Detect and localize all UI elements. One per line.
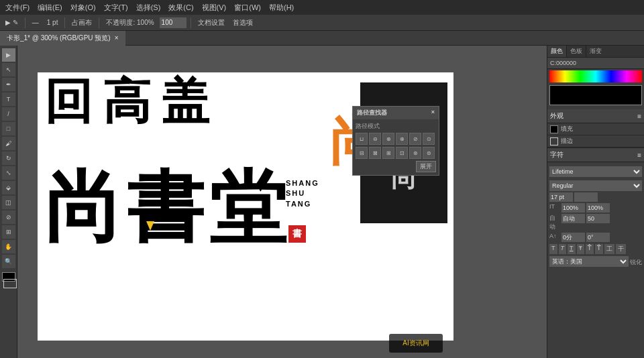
bottom-chars-row: 尚 書 堂: [44, 170, 286, 247]
menu-item-file[interactable]: 文件(F): [5, 3, 30, 13]
baseline-shift-input[interactable]: [561, 233, 585, 242]
opacity-label: 不透明度: 100%: [103, 17, 156, 28]
type-tool[interactable]: T: [2, 93, 15, 106]
tab-bar: 卡形_1* @ 300% (RGB/GPU 预览) ×: [0, 31, 644, 46]
menu-item-help[interactable]: 帮助(H): [269, 3, 294, 13]
pathfinder-divide[interactable]: ⊟: [356, 147, 368, 159]
pathfinder-trim[interactable]: ⊠: [369, 147, 381, 159]
vert-scale-input[interactable]: [586, 203, 610, 213]
current-color-box[interactable]: [549, 85, 642, 105]
gradient-tab[interactable]: 渐变: [586, 46, 605, 57]
preferences-btn[interactable]: 首选项: [230, 17, 256, 28]
font-style-select[interactable]: Regular: [549, 180, 642, 191]
popup-close-btn[interactable]: ×: [431, 109, 435, 117]
paintbrush-tool[interactable]: 🖌: [2, 137, 15, 150]
fill-row: 填充: [547, 123, 644, 135]
popup-content: 路径模式 ⊔ ⊖ ⊗ ⊕ ⊘ ⊙ ⊟ ⊠ ⊞ ⊡ ⊛ ⊜: [353, 119, 439, 175]
pathfinder-extra2[interactable]: ⊙: [423, 133, 435, 145]
hand-tool[interactable]: ✋: [2, 240, 15, 253]
font-family-select[interactable]: Lifetime: [549, 166, 642, 177]
kerning-input[interactable]: [561, 214, 585, 223]
selection-tool[interactable]: ▶: [2, 48, 15, 62]
scale-tool[interactable]: ⤡: [2, 166, 15, 180]
pen-tool[interactable]: ✒: [2, 78, 15, 91]
toolbar: ▶ ✎ — 1 pt 占画布 不透明度: 100% 文档设置 首选项: [0, 15, 644, 31]
brand-text-area: SHANG SHU TANG: [286, 178, 319, 209]
leading-input[interactable]: [574, 192, 598, 202]
rotate-tool[interactable]: ↻: [2, 152, 15, 165]
appearance-panel: 外观 ≡ 填充 描边: [547, 109, 644, 148]
language-select[interactable]: 英语：美国: [549, 256, 629, 267]
tab-close-btn[interactable]: ×: [115, 34, 119, 42]
text-style-sup[interactable]: T̃: [586, 244, 594, 254]
expand-btn[interactable]: 展开: [416, 161, 436, 172]
menu-item-view[interactable]: 视图(V): [202, 3, 227, 13]
text-style-caps[interactable]: Ŧ: [577, 244, 585, 254]
menu-item-effect[interactable]: 效果(C): [168, 3, 193, 13]
text-style-sub[interactable]: T̈: [595, 244, 603, 254]
doc-settings-btn[interactable]: 文档设置: [195, 17, 227, 28]
color-spectrum-strip[interactable]: [549, 70, 642, 82]
stroke-color-swatch[interactable]: [3, 279, 17, 288]
rectangle-tool[interactable]: □: [2, 122, 15, 135]
line-tool[interactable]: /: [2, 107, 15, 121]
baseline-row: A↑: [549, 233, 642, 242]
gradient-tool[interactable]: ◫: [2, 196, 15, 209]
font-size-input[interactable]: [549, 192, 573, 202]
pathfinder-exclude[interactable]: ⊕: [396, 133, 408, 145]
pathfinder-unite[interactable]: ⊔: [356, 133, 368, 145]
stroke-weight: 1 pt: [44, 18, 61, 27]
color-value-display: C:000000: [547, 58, 644, 69]
text-style-T[interactable]: T: [549, 244, 557, 254]
rotate-input[interactable]: [586, 233, 610, 242]
frac-label: 锐化: [630, 258, 642, 267]
pathfinder-merge[interactable]: ⊞: [382, 147, 394, 159]
stroke-swatch[interactable]: [550, 137, 558, 145]
watermark-text: AI资讯网: [402, 339, 429, 348]
appearance-title: 外观 ≡: [547, 109, 644, 123]
menu-item-type[interactable]: 文字(T): [104, 3, 128, 13]
gradient-container: [547, 69, 644, 85]
zoom-tool[interactable]: 🔍: [2, 255, 15, 268]
text-style-gan[interactable]: 干: [616, 244, 626, 254]
pathfinder-minus-front[interactable]: ⊖: [369, 133, 381, 145]
menu-item-window[interactable]: 窗口(W): [234, 3, 261, 13]
eyedropper-tool[interactable]: ⊘: [2, 211, 15, 224]
horiz-scale-input[interactable]: [561, 203, 585, 213]
blend-tool[interactable]: ⬙: [2, 181, 15, 194]
text-style-under[interactable]: T: [568, 244, 576, 254]
scale-row: IT: [549, 203, 642, 213]
watermark-badge: AI资讯网: [389, 334, 443, 353]
menu-item-edit[interactable]: 编辑(E): [38, 3, 62, 13]
char-shu: 書: [127, 170, 204, 247]
menu-item-select[interactable]: 选择(S): [136, 3, 161, 13]
brand-seal: 書: [288, 225, 306, 243]
pathfinder-crop[interactable]: ⊡: [396, 147, 408, 159]
kern-track-row: 自动: [549, 214, 642, 231]
menu-item-object[interactable]: 对象(O): [70, 3, 96, 13]
pathfinder-intersect[interactable]: ⊗: [382, 133, 394, 145]
pathfinder-minus-back[interactable]: ⊜: [423, 147, 435, 159]
top-chars-row: 回 高 盖: [44, 78, 209, 126]
text-style-ku[interactable]: 工: [604, 244, 614, 254]
cursor-arrow: [146, 221, 154, 231]
character-panel: 字符 ≡ Lifetime Regular IT: [547, 148, 644, 270]
swatch-tab[interactable]: 色板: [567, 46, 586, 57]
scale-label-it: IT: [549, 203, 560, 213]
pathfinder-extra1[interactable]: ⊘: [409, 133, 421, 145]
color-tab[interactable]: 颜色: [547, 46, 567, 57]
popup-title-bar: 路径查找器 ×: [353, 107, 439, 119]
artboard-tool[interactable]: ⊞: [2, 225, 15, 239]
brand-line1: SHANG: [286, 178, 319, 188]
char-gai: 盖: [161, 78, 209, 126]
popup-dialog: 路径查找器 × 路径模式 ⊔ ⊖ ⊗ ⊕ ⊘ ⊙ ⊟ ⊠ ⊞ ⊡: [352, 106, 439, 176]
direct-selection-tool[interactable]: ↖: [2, 63, 15, 76]
tracking-input[interactable]: [586, 214, 610, 223]
right-panel: 颜色 色板 渐变 C:000000 外观 ≡ 填充: [547, 46, 644, 358]
document-tab[interactable]: 卡形_1* @ 300% (RGB/GPU 预览) ×: [0, 31, 125, 46]
pathfinder-outline[interactable]: ⊛: [409, 147, 421, 159]
text-style-italic[interactable]: T: [559, 244, 567, 254]
fill-swatch[interactable]: [550, 125, 558, 133]
zoom-input[interactable]: [160, 17, 186, 28]
brand-line2: SHU: [286, 188, 319, 198]
